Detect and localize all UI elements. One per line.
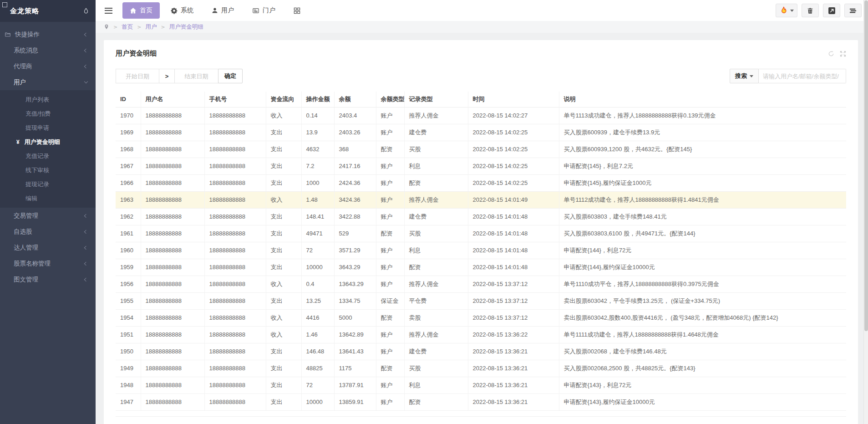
content-panel: 用户资金明细 > 确定 搜索	[104, 40, 858, 424]
table-header-cell: 操作金额	[301, 92, 334, 107]
table-cell: 支出	[266, 141, 301, 158]
submenu-item-label: 提现记录	[25, 180, 49, 189]
sidebar-item-label: 快捷操作	[15, 31, 40, 39]
sidebar-item-2[interactable]: 代理商	[0, 58, 96, 74]
table-cell: 买股	[404, 360, 468, 377]
table-cell: 账户	[376, 276, 404, 292]
table-cell: 支出	[266, 124, 301, 141]
flame-button[interactable]	[776, 4, 797, 17]
submenu-item-4[interactable]: 充值记录	[0, 149, 96, 163]
submenu-item-6[interactable]: 提现记录	[0, 177, 96, 191]
table-cell: 18888888888	[141, 208, 204, 225]
start-date-input[interactable]	[116, 69, 159, 83]
table-cell: 3424.36	[334, 191, 376, 208]
table-cell: 支出	[266, 259, 301, 276]
table-cell: 申请配资{145},履约保证金1000元	[559, 174, 846, 191]
refresh-icon[interactable]	[828, 51, 834, 57]
list-button[interactable]	[844, 4, 862, 17]
vertical-scrollbar[interactable]	[863, 0, 868, 424]
table-cell: 买股	[404, 141, 468, 158]
sidebar-item-6[interactable]: 达人管理	[0, 240, 96, 255]
folder-icon	[5, 31, 11, 37]
expand-button[interactable]	[823, 4, 840, 17]
fullscreen-icon[interactable]	[840, 51, 846, 57]
table-cell: 账户	[376, 208, 404, 225]
table-cell: 买股	[404, 225, 468, 242]
table-cell: 3422.88	[334, 208, 376, 225]
scrollbar-thumb[interactable]	[864, 0, 868, 331]
table-row: 19701888888888818888888888收入0.142403.4账户…	[116, 107, 846, 124]
tab-用户[interactable]: 用户	[204, 2, 241, 19]
table-cell: 146.48	[301, 343, 334, 360]
trash-button[interactable]	[802, 4, 819, 17]
logo-image-placeholder-icon	[2, 2, 7, 7]
table-row: 19561888888888818888888888收入0.413643.29账…	[116, 276, 846, 292]
end-date-input[interactable]	[175, 69, 218, 83]
submenu-item-7[interactable]: 编辑	[0, 191, 96, 205]
table-cell: 2022-08-15 13:36:22	[468, 326, 559, 343]
tab-门户[interactable]: 门户	[245, 2, 283, 19]
sidebar-item-0[interactable]: 快捷操作	[0, 26, 96, 42]
submenu-item-label: 编辑	[25, 194, 37, 203]
table-cell: 账户	[376, 107, 404, 124]
table-cell: 1968	[116, 141, 141, 158]
top-navbar: 首页系统用户门户	[96, 0, 868, 21]
table-header-cell: ID	[116, 92, 141, 107]
table-cell: 1334.75	[334, 292, 376, 309]
table-cell: 1969	[116, 124, 141, 141]
table-cell: 2022-08-15 14:02:25	[468, 141, 559, 158]
search-dropdown-button[interactable]: 搜索	[730, 69, 759, 83]
submenu-item-2[interactable]: 提现申请	[0, 121, 96, 135]
breadcrumb-link-0[interactable]: 首页	[122, 23, 133, 31]
breadcrumb-links: >首页>用户>用户资金明细	[113, 23, 203, 31]
table-row: 19631888888888818888888888收入1.483424.36账…	[116, 191, 846, 208]
breadcrumb-link-1[interactable]: 用户	[145, 23, 157, 31]
sidebar-item-4[interactable]: 交易管理	[0, 208, 96, 224]
sidebar-item-8[interactable]: 图文管理	[0, 271, 96, 287]
submenu-item-0[interactable]: 用户列表	[0, 92, 96, 107]
sidebar-item-label: 交易管理	[14, 212, 38, 220]
table-cell: 18888888888	[141, 393, 204, 410]
sidebar-item-label: 用户	[14, 78, 26, 87]
submenu-item-3[interactable]: ¥用户资金明细	[0, 135, 96, 149]
table-cell: 13859.91	[334, 393, 376, 410]
tab-grid[interactable]	[286, 2, 308, 19]
table-cell: 支出	[266, 393, 301, 410]
table-cell: 18888888888	[141, 158, 204, 174]
table-row: 19601888888888818888888888支出723571.29账户利…	[116, 242, 846, 259]
breadcrumb-link-2[interactable]: 用户资金明细	[169, 23, 203, 31]
tab-系统[interactable]: 系统	[163, 2, 201, 19]
submenu-item-1[interactable]: 充值/扣费	[0, 107, 96, 121]
table-cell: 支出	[266, 360, 301, 377]
chevron-left-icon	[84, 261, 88, 265]
search-input[interactable]	[759, 69, 846, 83]
sidebar-item-7[interactable]: 股票名称管理	[0, 255, 96, 271]
table-cell: 账户	[376, 124, 404, 141]
hamburger-menu-icon[interactable]	[105, 8, 112, 14]
table-cell: 2022-08-15 13:36:21	[468, 377, 559, 393]
table-cell: 368	[334, 141, 376, 158]
table-cell: 卖股	[404, 309, 468, 326]
table-row: 19591888888888818888888888支出100003643.29…	[116, 259, 846, 276]
table-cell: 18888888888	[141, 174, 204, 191]
sidebar-item-5[interactable]: 自选股	[0, 224, 96, 240]
table-cell: 推荐人佣金	[404, 276, 468, 292]
submenu-item-label: 充值记录	[25, 152, 49, 160]
table-cell: 保证金	[376, 292, 404, 309]
tab-首页[interactable]: 首页	[122, 2, 160, 19]
table-cell: 利息	[404, 242, 468, 259]
table-cell: 2022-08-15 14:01:48	[468, 225, 559, 242]
table-cell: 1967	[116, 158, 141, 174]
sidebar: 金龙策略 快捷操作系统消息代理商用户用户列表充值/扣费提现申请¥用户资金明细充值…	[0, 0, 96, 424]
sidebar-item-1[interactable]: 系统消息	[0, 42, 96, 58]
table-cell: 148.41	[301, 208, 334, 225]
confirm-button[interactable]: 确定	[218, 69, 243, 83]
caret-down-icon	[750, 75, 753, 77]
search-button-label: 搜索	[735, 72, 747, 80]
table-header-cell: 手机号	[204, 92, 266, 107]
table-cell: 配资	[376, 225, 404, 242]
table-cell: 2403.26	[334, 124, 376, 141]
sidebar-item-3[interactable]: 用户	[0, 74, 96, 90]
table-row: 19551888888888818888888888支出13.251334.75…	[116, 292, 846, 309]
submenu-item-5[interactable]: 线下审核	[0, 163, 96, 177]
